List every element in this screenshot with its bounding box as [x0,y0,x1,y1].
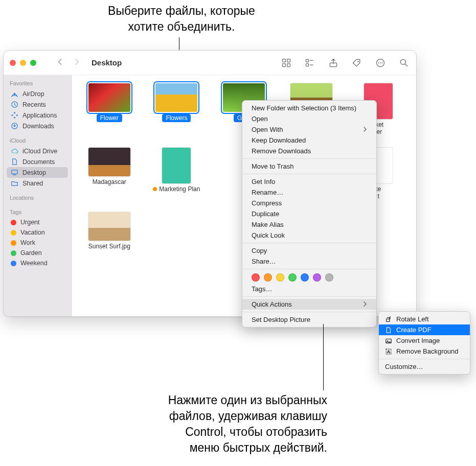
sidebar-item-label: Desktop [22,169,46,176]
context-menu: New Folder with Selection (3 Items)OpenO… [242,100,377,328]
tag-color-swatch[interactable] [264,273,272,282]
sidebar-item-downloads[interactable]: Downloads [7,121,68,131]
forward-button[interactable] [73,58,80,67]
submenu-item[interactable]: Customize… [379,361,470,372]
file-label: Sunset Surf.jpg [88,243,130,250]
submenu-item-label: Create PDF [396,326,432,334]
sidebar-item-recents[interactable]: Recents [7,99,68,110]
file-label: Madagascar [93,178,126,185]
tag-color-swatch[interactable] [301,273,309,282]
svg-rect-2 [283,63,286,66]
sidebar-tag-garden[interactable]: Garden [7,248,68,258]
sidebar-item-label: Garden [20,249,42,257]
sidebar-item-airdrop[interactable]: AirDrop [7,88,68,99]
menu-item[interactable]: Quick Actions [242,299,376,310]
titlebar: Desktop [4,51,416,75]
sidebar-tag-work[interactable]: Work [7,238,68,248]
tag-color-swatch[interactable] [313,273,321,282]
sidebar-item-label: Weekend [20,260,48,267]
submenu-item-label: Rotate Left [396,315,429,323]
chevron-right-icon [363,126,367,133]
zoom-icon[interactable] [30,60,36,66]
sidebar-title-favorites: Favorites [10,80,65,86]
toolbar [281,58,409,68]
sidebar-tag-vacation[interactable]: Vacation [7,227,68,238]
view-mode-button[interactable] [281,58,291,68]
menu-item[interactable]: New Folder with Selection (3 Items) [242,103,376,113]
menu-item[interactable]: Open [242,113,376,124]
submenu-item[interactable]: Create PDF [379,324,470,335]
sidebar-item-shared[interactable]: Shared [7,178,68,189]
file-item[interactable]: Marketing Plan [150,148,203,200]
more-button[interactable] [375,58,386,68]
menu-item[interactable]: Set Desktop Picture [242,314,376,325]
window-controls[interactable] [10,60,36,66]
svg-rect-21 [387,319,390,321]
menu-item[interactable]: Rename… [242,187,376,198]
submenu-item-label: Convert Image [396,337,440,344]
submenu-item-label: Customize… [385,363,423,370]
menu-item[interactable]: Duplicate [242,208,376,219]
file-item[interactable]: Sunset Surf.jpg [83,212,136,250]
file-item[interactable]: Flowers [150,83,203,135]
menu-item-label: Quick Look [252,231,285,239]
tag-color-swatch[interactable] [288,273,297,282]
submenu-item[interactable]: Remove Background [379,346,470,357]
file-item[interactable]: Madagascar [83,148,136,200]
menu-item[interactable]: Copy [242,245,376,256]
svg-point-11 [378,62,379,63]
menu-item-label: Open With [252,126,283,133]
tags-button[interactable] [352,58,362,68]
search-button[interactable] [399,58,409,68]
menu-item-label: Share… [252,258,276,265]
file-label: Flowers [162,114,191,122]
menu-item-label: Compress [252,199,282,207]
menu-item[interactable]: Compress [242,198,376,208]
document-thumbnail [162,148,191,183]
sidebar-item-label: AirDrop [22,90,44,98]
back-button[interactable] [57,58,64,67]
menu-item[interactable]: Move to Trash [242,161,376,172]
sidebar-item-icloud-drive[interactable]: iCloud Drive [7,146,68,156]
tag-dot-icon [11,230,16,236]
callout-bottom-line [323,324,324,390]
sidebar-item-label: Work [20,239,35,246]
menu-item[interactable]: Tags… [242,284,376,294]
close-icon[interactable] [10,60,16,66]
file-item[interactable]: Flower [83,83,136,135]
photo-thumbnail [88,83,130,112]
sidebar-item-desktop[interactable]: Desktop [7,167,68,178]
sidebar-title-icloud: iCloud [10,137,65,144]
tag-color-swatch[interactable] [325,273,333,282]
menu-item[interactable]: Keep Downloaded [242,135,376,146]
menu-item[interactable]: Open With [242,124,376,135]
tag-color-swatch[interactable] [252,273,260,282]
svg-point-12 [380,62,381,63]
menu-item[interactable]: Remove Downloads [242,146,376,156]
minimize-icon[interactable] [20,60,26,66]
group-button[interactable] [305,58,315,68]
sidebar-item-label: Urgent [20,219,40,226]
tag-dot-icon [153,187,157,191]
removebg-icon [385,348,392,355]
convert-icon [385,337,392,344]
menu-item[interactable]: Quick Look [242,230,376,241]
sidebar-item-label: Shared [22,180,43,187]
tag-color-swatch[interactable] [276,273,284,282]
submenu-item[interactable]: Convert Image [379,335,470,346]
menu-item[interactable]: Share… [242,256,376,267]
menu-item-label: Duplicate [252,210,279,218]
sidebar-tag-weekend[interactable]: Weekend [7,258,68,268]
submenu-item[interactable]: Rotate Left [379,314,470,324]
share-button[interactable] [328,58,338,68]
sidebar-item-documents[interactable]: Documents [7,156,68,167]
sidebar-item-applications[interactable]: Applications [7,110,68,121]
tag-color-row[interactable] [242,271,376,284]
desktop-icon [11,169,18,176]
callout-top: Выберите файлы, которые хотите объединит… [100,3,263,35]
menu-item[interactable]: Make Alias [242,219,376,230]
menu-item[interactable]: Get Info [242,176,376,187]
sidebar-item-label: Recents [22,101,46,108]
sidebar-item-label: iCloud Drive [22,148,57,155]
sidebar-tag-urgent[interactable]: Urgent [7,217,68,227]
